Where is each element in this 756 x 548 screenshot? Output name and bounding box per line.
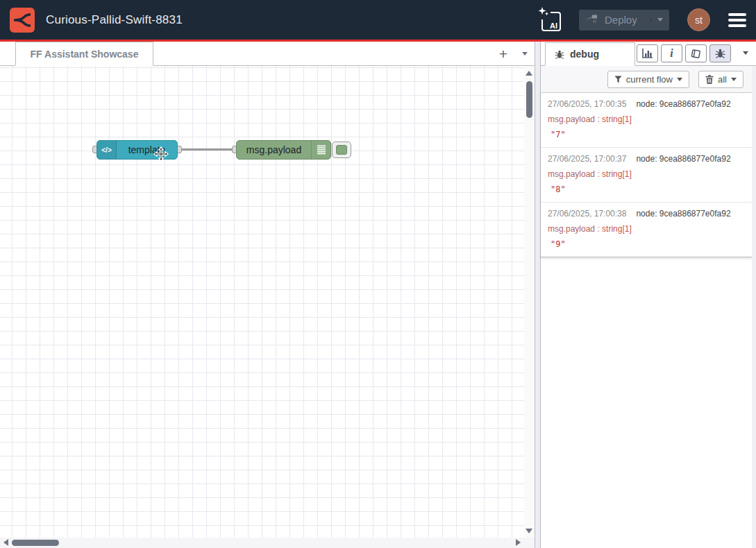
message-value[interactable]: "8" [548,185,745,194]
message-timestamp: 27/06/2025, 17:00:38 [548,209,626,219]
flow-tab-label: FF Assistant Showcase [31,49,139,60]
debug-bug-icon[interactable] [709,44,731,62]
flow-tabbar: FF Assistant Showcase + [0,42,535,66]
tabbar-actions: + [497,42,528,65]
node-debug[interactable]: msg.payload [236,140,331,160]
clear-scope-label: all [718,74,727,85]
message-node-id: node: 9cea886877e0fa92 [636,209,730,219]
canvas-vertical-scrollbar[interactable] [524,66,535,538]
flowfuse-logo-icon[interactable] [10,8,35,33]
debug-node-label: msg.payload [237,144,311,155]
header-actions: AI Deploy [541,8,746,31]
message-timestamp: 27/06/2025, 17:00:37 [548,154,626,164]
message-property: msg.payload [548,169,595,179]
book-icon[interactable] [685,44,707,62]
message-separator: : [597,169,599,179]
debug-message-list: 27/06/2025, 17:00:35node: 9cea886877e0fa… [541,92,752,257]
dashboard-chart-icon[interactable] [637,44,658,62]
flow-canvas[interactable]: </> template msg.payload [0,66,524,538]
tab-debug[interactable]: debug [545,42,635,66]
user-avatar[interactable]: st [687,8,710,31]
ai-assistant-button[interactable]: AI [541,12,561,31]
vertical-scroll-thumb[interactable] [526,81,532,118]
scroll-left-icon[interactable] [3,539,8,546]
scroll-up-icon[interactable] [526,71,532,76]
trash-icon [705,75,714,84]
wire-template-to-debug[interactable] [178,148,237,151]
move-cursor-icon [153,146,169,164]
sidebar-splitter[interactable] [535,42,541,548]
debug-tab-label: debug [570,49,599,60]
canvas-horizontal-scrollbar[interactable] [0,538,524,548]
flow-list-chevron-icon[interactable] [522,52,528,55]
message-node-id: node: 9cea886877e0fa92 [636,99,730,109]
message-separator: : [597,224,599,234]
debug-enable-toggle[interactable] [332,142,351,158]
message-node-id: node: 9cea886877e0fa92 [636,154,730,164]
debug-clear-button[interactable]: all [698,71,744,88]
deploy-button[interactable]: Deploy [579,10,669,31]
sidebar-tabbar: debug i [541,42,756,66]
deploy-nodes-icon [585,13,598,26]
workspace: FF Assistant Showcase + </> template msg… [0,42,535,548]
debug-message[interactable]: 27/06/2025, 17:00:37node: 9cea886877e0fa… [541,148,752,203]
code-icon: </> [97,141,117,159]
sidebar-options-chevron-icon[interactable] [743,51,748,55]
message-separator: : [597,114,599,124]
info-icon[interactable]: i [661,44,682,62]
deploy-options-button[interactable] [650,18,663,22]
sidebar: debug i [541,42,756,548]
sparkle-icon [537,6,551,19]
add-flow-icon[interactable]: + [497,46,510,61]
list-icon [311,141,330,159]
debug-message[interactable]: 27/06/2025, 17:00:35node: 9cea886877e0fa… [541,93,752,148]
instance-title: Curious-Pallid-Swift-8831 [46,13,183,27]
filter-icon [614,76,622,83]
filter-label: current flow [626,74,673,85]
sidebar-scroll-gutter[interactable] [752,66,756,548]
node-red-editor: Curious-Pallid-Swift-8831 AI [0,0,756,548]
main-menu-icon[interactable] [728,13,746,27]
message-property: msg.payload [548,224,595,234]
message-value[interactable]: "7" [548,130,745,139]
debug-filter-button[interactable]: current flow [607,71,689,88]
debug-toolbar: current flow all [541,66,756,92]
header: Curious-Pallid-Swift-8831 AI [0,0,756,40]
scrollbar-corner [524,538,535,548]
message-type: string[1] [602,114,632,124]
debug-message[interactable]: 27/06/2025, 17:00:38node: 9cea886877e0fa… [541,203,752,257]
deploy-label: Deploy [605,14,637,26]
sidebar-tab-buttons: i [637,44,731,62]
message-property: msg.payload [548,114,595,124]
message-type: string[1] [602,169,632,179]
message-timestamp: 27/06/2025, 17:00:35 [548,99,626,109]
scroll-right-icon[interactable] [516,539,521,546]
ai-label: AI [550,22,557,30]
message-type: string[1] [602,224,632,234]
message-value[interactable]: "9" [548,239,745,249]
tab-ff-assistant-showcase[interactable]: FF Assistant Showcase [15,42,153,66]
bug-icon [555,49,564,60]
horizontal-scroll-thumb[interactable] [12,540,59,546]
avatar-initials: st [695,15,703,26]
scroll-down-icon[interactable] [526,529,532,533]
